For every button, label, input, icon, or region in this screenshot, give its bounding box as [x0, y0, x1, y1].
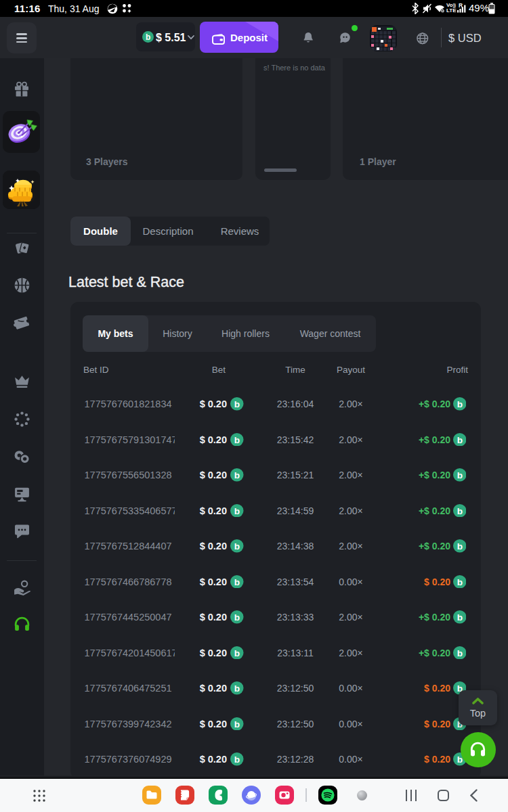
svg-text:b: b	[457, 434, 462, 445]
svg-text:b: b	[146, 32, 150, 41]
svg-text:b: b	[234, 434, 240, 445]
svg-text:b: b	[457, 399, 462, 409]
svg-text:b: b	[234, 612, 240, 623]
svg-text:b: b	[234, 648, 240, 658]
svg-text:b: b	[457, 612, 462, 623]
svg-text:b: b	[234, 577, 240, 587]
svg-text:b: b	[234, 719, 240, 729]
svg-text:b: b	[457, 648, 462, 658]
svg-text:b: b	[234, 683, 240, 694]
svg-text:b: b	[234, 505, 240, 516]
svg-text:b: b	[457, 541, 462, 551]
svg-text:b: b	[457, 577, 462, 587]
svg-text:b: b	[234, 754, 240, 765]
svg-text:b: b	[457, 470, 462, 480]
svg-text:b: b	[234, 399, 240, 409]
svg-text:b: b	[234, 470, 240, 480]
svg-text:b: b	[457, 505, 462, 516]
svg-text:b: b	[234, 541, 240, 551]
